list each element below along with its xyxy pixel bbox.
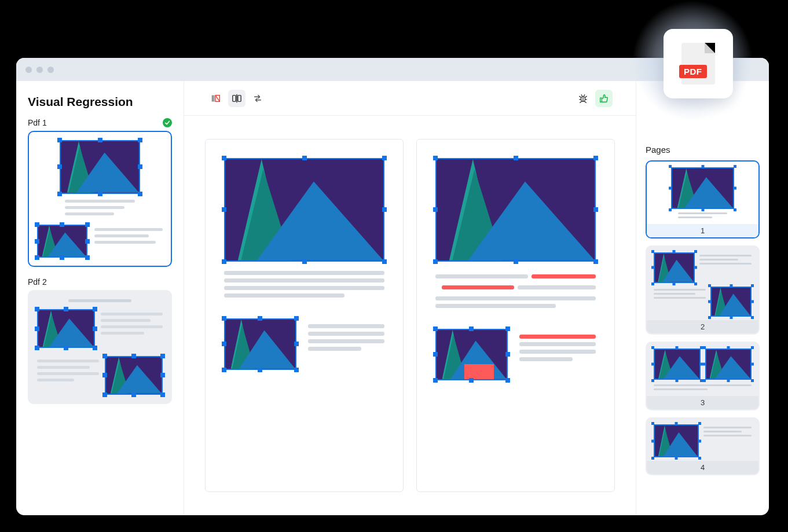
text-line xyxy=(703,427,752,428)
text-line xyxy=(37,366,90,369)
sidebar-title: Visual Regression xyxy=(28,95,172,109)
svg-rect-3 xyxy=(238,95,241,101)
text-line xyxy=(699,259,739,261)
text-line xyxy=(65,212,114,215)
text-line xyxy=(654,289,706,291)
text-line xyxy=(703,435,752,436)
status-success-icon xyxy=(163,118,172,127)
window-dot[interactable] xyxy=(25,67,32,73)
bug-icon xyxy=(578,93,588,104)
diff-overlay xyxy=(464,364,494,379)
compare-toolbar xyxy=(184,81,636,116)
text-line xyxy=(224,278,384,282)
text-line xyxy=(699,263,752,265)
mountain-image xyxy=(671,167,734,209)
text-line xyxy=(308,324,384,328)
text-line xyxy=(37,372,99,375)
selection-frame xyxy=(705,348,752,380)
window-dot[interactable] xyxy=(36,67,43,73)
selection-frame xyxy=(710,287,752,317)
page-thumb-2[interactable]: 2 xyxy=(646,245,760,335)
changed-pane xyxy=(416,139,615,492)
split-compare-button[interactable] xyxy=(228,90,245,107)
main-compare xyxy=(184,81,636,515)
text-line xyxy=(94,228,163,231)
text-line xyxy=(65,200,135,203)
mountain-image xyxy=(37,225,87,258)
text-line xyxy=(654,293,695,295)
text-line xyxy=(65,206,124,209)
selection-frame[interactable] xyxy=(224,318,296,370)
doc-thumb-2[interactable] xyxy=(28,290,172,403)
doc-label-1: Pdf 1 xyxy=(28,118,172,127)
thumbs-up-icon xyxy=(599,93,609,104)
selection-frame[interactable] xyxy=(60,140,140,194)
browser-window: Visual Regression Pdf 1 xyxy=(16,58,769,515)
selection-frame[interactable] xyxy=(37,309,95,348)
selection-frame[interactable] xyxy=(105,356,163,395)
text-line xyxy=(224,271,384,275)
text-line xyxy=(308,347,362,351)
text-line xyxy=(519,350,596,354)
mountain-image xyxy=(435,329,508,380)
text-line xyxy=(101,319,151,322)
text-line xyxy=(37,379,74,381)
selection-frame[interactable] xyxy=(37,225,87,258)
text-line xyxy=(37,359,99,362)
mountain-image xyxy=(654,348,701,380)
text-line xyxy=(654,297,706,299)
pdf-file-icon: PDF xyxy=(681,43,715,85)
report-bug-button[interactable] xyxy=(574,90,592,107)
text-line xyxy=(654,384,752,386)
text-line xyxy=(94,241,156,244)
selection-frame[interactable] xyxy=(435,158,596,262)
text-line xyxy=(68,299,131,302)
svg-line-1 xyxy=(215,95,219,101)
window-dot[interactable] xyxy=(47,67,54,73)
svg-rect-2 xyxy=(233,95,236,101)
page-number: 2 xyxy=(647,320,758,333)
text-line xyxy=(435,304,556,308)
page-thumb-1[interactable]: 1 xyxy=(646,160,760,239)
text-line xyxy=(308,339,384,343)
text-line xyxy=(101,313,163,315)
text-line xyxy=(308,332,384,336)
page-thumb-3[interactable]: 3 xyxy=(646,342,760,410)
pages-title: Pages xyxy=(646,145,760,155)
doc-label-2: Pdf 2 xyxy=(28,277,172,287)
highlight-diff-button[interactable] xyxy=(207,90,225,107)
compare-area xyxy=(184,116,636,515)
selection-frame xyxy=(654,252,695,283)
page-number: 3 xyxy=(647,396,758,409)
sidebar-right: Pages 1 xyxy=(636,81,769,515)
doc-thumb-1[interactable] xyxy=(28,131,172,267)
swap-button[interactable] xyxy=(249,90,266,107)
mountain-image xyxy=(654,252,695,283)
pdf-label: PDF xyxy=(679,65,707,78)
mountain-image xyxy=(435,158,596,262)
page-number: 1 xyxy=(647,224,758,237)
baseline-pane xyxy=(205,139,404,492)
mountain-image xyxy=(224,158,384,262)
diff-text-line xyxy=(519,335,596,339)
selection-frame xyxy=(654,348,701,380)
sidebar-left: Visual Regression Pdf 1 xyxy=(16,81,184,515)
selection-frame xyxy=(671,167,734,209)
highlight-diff-icon xyxy=(211,93,221,104)
mountain-image xyxy=(705,348,752,380)
diff-text-line xyxy=(532,274,596,278)
text-line xyxy=(224,286,384,290)
text-line xyxy=(435,274,528,278)
page-number: 4 xyxy=(647,461,758,474)
selection-frame[interactable] xyxy=(224,158,384,262)
mountain-image xyxy=(105,356,163,395)
selection-frame[interactable] xyxy=(435,329,508,380)
page-thumb-4[interactable]: 4 xyxy=(646,417,760,476)
text-line xyxy=(678,217,712,218)
text-line xyxy=(435,296,596,300)
text-line xyxy=(94,234,149,237)
text-line xyxy=(519,357,573,361)
doc-name: Pdf 1 xyxy=(28,118,47,127)
text-line xyxy=(678,212,727,214)
approve-button[interactable] xyxy=(595,90,613,107)
